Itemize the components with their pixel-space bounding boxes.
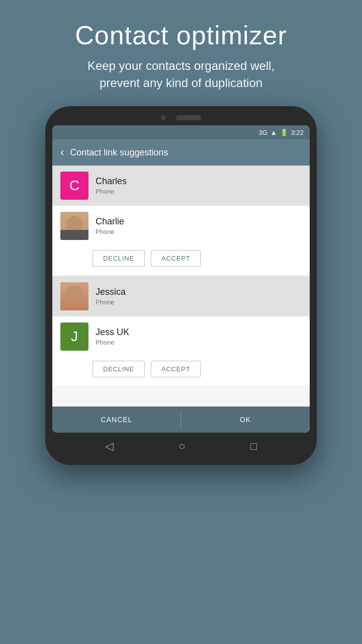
empty-space [52, 386, 310, 407]
nav-home-icon[interactable]: ○ [178, 440, 185, 453]
decline-button-charles[interactable]: DECLINE [93, 250, 145, 267]
contact-list: C Charles Phone Charlie Phone [52, 166, 310, 407]
ok-label: OK [240, 416, 251, 424]
avatar-charlie [60, 212, 88, 240]
phone-top-bar [52, 115, 310, 120]
status-bar: 3G ▲ 🔋 3:22 [52, 125, 310, 139]
cancel-button[interactable]: CANCEL [52, 407, 181, 433]
app-toolbar: ‹ Contact link suggestions [52, 139, 310, 166]
contact-name-jessica: Jessica [96, 287, 126, 297]
suggestion-info-jessuk: Jess UK Phone [96, 327, 302, 346]
phone-camera [161, 115, 166, 120]
suggestion-name-charlie: Charlie [96, 216, 302, 227]
page-title: Contact optimizer [75, 20, 287, 50]
toolbar-title: Contact link suggestions [70, 147, 168, 158]
ok-button[interactable]: OK [181, 407, 310, 433]
avatar-charles: C [60, 172, 88, 200]
suggestion-source-jessuk: Phone [96, 339, 302, 346]
back-button[interactable]: ‹ [60, 146, 64, 159]
time-display: 3:22 [291, 129, 304, 136]
decline-button-jessica[interactable]: DECLINE [93, 361, 145, 377]
suggestion-row-jessuk: J Jess UK Phone [52, 316, 310, 357]
avatar-jessuk: J [60, 323, 88, 351]
nav-back-icon[interactable]: ◁ [105, 440, 114, 453]
contact-name-charles: Charles [96, 176, 127, 187]
contact-group-jessica: Jessica Phone J Jess UK Phone DECLINE AC… [52, 276, 310, 385]
contact-source-jessica: Phone [96, 298, 126, 306]
cancel-label: CANCEL [101, 416, 133, 424]
page-subtitle: Keep your contacts organized well,preven… [75, 57, 287, 91]
phone-screen: 3G ▲ 🔋 3:22 ‹ Contact link suggestions C… [52, 125, 310, 433]
nav-recent-icon[interactable]: □ [250, 440, 257, 453]
contact-group-charles: C Charles Phone Charlie Phone [52, 166, 310, 275]
accept-button-jessica[interactable]: ACCEPT [151, 361, 201, 377]
action-buttons-charles: DECLINE ACCEPT [52, 246, 310, 275]
contact-info-jessica: Jessica Phone [96, 287, 126, 306]
avatar-jessica [60, 282, 88, 310]
phone-container: 3G ▲ 🔋 3:22 ‹ Contact link suggestions C… [45, 106, 317, 465]
suggestion-info-charlie: Charlie Phone [96, 216, 302, 235]
action-buttons-jessica: DECLINE ACCEPT [52, 357, 310, 385]
suggestion-row-charlie: Charlie Phone [52, 206, 310, 246]
phone-nav-bar: ◁ ○ □ [52, 433, 310, 458]
contact-source-charles: Phone [96, 188, 127, 195]
suggestion-name-jessuk: Jess UK [96, 327, 302, 338]
battery-icon: 🔋 [280, 129, 288, 136]
phone-speaker [176, 115, 201, 120]
accept-button-charles[interactable]: ACCEPT [151, 250, 201, 267]
signal-indicator: 3G [258, 129, 267, 136]
page-header: Contact optimizer Keep your contacts org… [45, 0, 317, 106]
contact-main-row-charles: C Charles Phone [52, 166, 310, 206]
contact-info-charles: Charles Phone [96, 176, 127, 195]
suggestion-source-charlie: Phone [96, 228, 302, 235]
signal-icon: ▲ [270, 129, 277, 136]
contact-main-row-jessica: Jessica Phone [52, 276, 310, 316]
bottom-action-bar: CANCEL OK [52, 407, 310, 433]
